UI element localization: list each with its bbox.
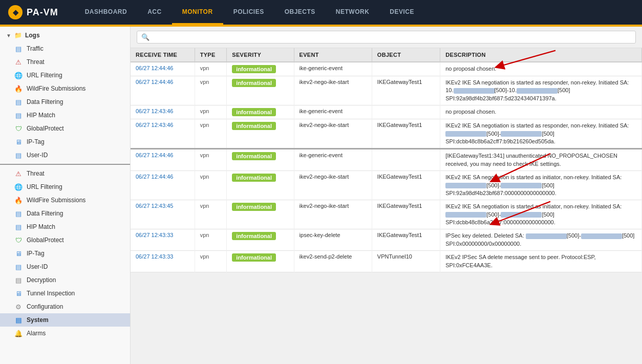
sidebar-item-wildfire-submissions[interactable]: 🔥WildFire Submissions [0, 82, 130, 95]
content-area: 🔍 RECEIVE TIME TYPE SEVERITY EVENT [131, 27, 642, 364]
sidebar-item-label: HIP Match [27, 112, 55, 119]
cell-event: ipsec-key-delete [294, 229, 372, 251]
sidebar-item-traffic[interactable]: ▤Traffic [0, 42, 130, 55]
sidebar-logs-group: ▼ 📁 Logs ▤Traffic⚠Threat🌐URL Filtering🔥W… [0, 27, 130, 342]
table-wrapper: RECEIVE TIME TYPE SEVERITY EVENT OBJECT … [131, 48, 642, 272]
sidebar-item-label: Configuration [27, 303, 63, 310]
table-row[interactable]: 06/27 12:44:46 vpn informational ikev2-n… [131, 76, 642, 105]
cell-type: vpn [195, 200, 227, 229]
sidebar-item-threat[interactable]: ⚠Threat [0, 55, 130, 69]
cell-severity: informational [227, 229, 294, 251]
logo-area: ◆ PA-VM [8, 5, 58, 19]
sidebar-item-label: Data Filtering [27, 210, 63, 217]
search-icon: 🔍 [141, 33, 149, 41]
sidebar-item-label: System [27, 316, 49, 324]
sidebar-item-url-filtering[interactable]: 🌐URL Filtering [0, 69, 130, 82]
severity-badge: informational [232, 174, 276, 182]
sidebar-item-ip-tag[interactable]: 🖥IP-Tag [0, 247, 130, 260]
table-row[interactable]: 06/27 12:43:46 vpn informational ikev2-n… [131, 119, 642, 149]
cell-description: IKEv2 IKE SA negotiation is started as i… [440, 171, 642, 200]
cell-time: 06/27 12:44:46 [131, 76, 195, 105]
sidebar-item-hip-match[interactable]: ▤HIP Match [0, 220, 130, 233]
cell-time: 06/27 12:43:46 [131, 119, 195, 149]
table-row[interactable]: 06/27 12:44:46 vpn informational ikev2-n… [131, 171, 642, 200]
cell-type: vpn [195, 105, 227, 119]
sidebar-item-label: Data Filtering [27, 98, 63, 105]
cell-type: vpn [195, 62, 227, 76]
sidebar-item-user-id[interactable]: ▤User-ID [0, 148, 130, 162]
sidebar-item-data-filtering[interactable]: ▤Data Filtering [0, 207, 130, 220]
severity-badge: informational [232, 122, 276, 130]
folder-icon: 📁 [14, 32, 22, 39]
nav-item-device[interactable]: DEVICE [379, 0, 424, 25]
sidebar-item-configuration[interactable]: ⚙Configuration [0, 300, 130, 313]
severity-badge: informational [232, 79, 276, 87]
cell-description: IPSec key deleted. Deleted SA: [500]-[50… [440, 229, 642, 251]
sidebar-item-label: HIP Match [27, 223, 55, 230]
search-bar: 🔍 [131, 27, 642, 48]
main-layout: ▼ 📁 Logs ▤Traffic⚠Threat🌐URL Filtering🔥W… [0, 27, 642, 364]
sidebar-item-data-filtering[interactable]: ▤Data Filtering [0, 95, 130, 109]
logs-label: Logs [25, 32, 40, 39]
sidebar-item-system[interactable]: ▤System [0, 313, 130, 327]
col-receive-time: RECEIVE TIME [131, 48, 195, 62]
cell-object: IKEGatewayTest1 [372, 229, 440, 251]
app-container: ◆ PA-VM DASHBOARDACCMONITORPOLICIESOBJEC… [0, 0, 642, 364]
col-type: TYPE [195, 48, 227, 62]
sidebar-item-label: Alarms [27, 330, 46, 337]
search-input[interactable] [153, 33, 631, 41]
sidebar-item-label: User-ID [27, 152, 48, 159]
sidebar-item-label: User-ID [27, 263, 48, 270]
sidebar-item-label: Tunnel Inspection [27, 290, 75, 297]
table-row[interactable]: 06/27 12:44:46 vpn informational ike-gen… [131, 62, 642, 76]
sidebar-item-tunnel-inspection[interactable]: 🖥Tunnel Inspection [0, 287, 130, 300]
sidebar-item-hip-match[interactable]: ▤HIP Match [0, 109, 130, 122]
nav-item-dashboard[interactable]: DASHBOARD [75, 0, 138, 25]
item-icon-wildfire: 🔥 [14, 196, 23, 204]
item-icon-globalprotect: 🛡 [14, 236, 23, 244]
cell-description: IKEv2 IKE SA negotiation is started as i… [440, 200, 642, 229]
sidebar-item-url-filtering[interactable]: 🌐URL Filtering [0, 180, 130, 194]
cell-object [372, 62, 440, 76]
sidebar-divider [0, 164, 130, 165]
cell-type: vpn [195, 76, 227, 105]
cell-object [372, 149, 440, 171]
nav-item-policies[interactable]: POLICIES [223, 0, 274, 25]
logo-text: PA-VM [27, 7, 58, 18]
sidebar-item-wildfire-submissions[interactable]: 🔥WildFire Submissions [0, 194, 130, 207]
sidebar-logs-header[interactable]: ▼ 📁 Logs [0, 29, 130, 42]
col-event: EVENT [294, 48, 372, 62]
sidebar-item-ip-tag[interactable]: 🖥IP-Tag [0, 135, 130, 148]
item-icon-system: ▤ [14, 316, 23, 324]
sidebar-item-globalprotect[interactable]: 🛡GlobalProtect [0, 122, 130, 135]
logo-icon: ◆ [8, 5, 23, 19]
sidebar-item-decryption[interactable]: ▤Decryption [0, 273, 130, 287]
sidebar-item-label: Decryption [27, 276, 56, 284]
sidebar-item-threat[interactable]: ⚠Threat [0, 167, 130, 180]
sidebar-item-user-id[interactable]: ▤User-ID [0, 260, 130, 273]
cell-severity: informational [227, 200, 294, 229]
cell-severity: informational [227, 119, 294, 149]
nav-item-monitor[interactable]: MONITOR [172, 0, 223, 25]
sidebar-item-alarms[interactable]: 🔔Alarms [0, 327, 130, 340]
cell-description: IKEv2 IKE SA negotiation is started as r… [440, 76, 642, 105]
item-icon-traffic: ▤ [14, 45, 23, 53]
nav-item-acc[interactable]: ACC [137, 0, 172, 25]
table-row[interactable]: 06/27 12:43:33 vpn informational ipsec-k… [131, 229, 642, 251]
table-row[interactable]: 06/27 12:43:33 vpn informational ikev2-s… [131, 251, 642, 272]
arrow-icon: ▼ [6, 33, 11, 38]
col-description: DESCRIPTION [440, 48, 642, 62]
cell-time: 06/27 12:43:46 [131, 105, 195, 119]
nav-item-objects[interactable]: OBJECTS [274, 0, 326, 25]
item-icon-data: ▤ [14, 98, 23, 106]
table-row[interactable]: 06/27 12:43:46 vpn informational ike-gen… [131, 105, 642, 119]
table-row[interactable]: 06/27 12:44:46 vpn informational ike-gen… [131, 149, 642, 171]
sidebar-item-label: Threat [27, 170, 45, 177]
cell-event: ikev2-nego-ike-start [294, 76, 372, 105]
sidebar-item-globalprotect[interactable]: 🛡GlobalProtect [0, 233, 130, 247]
cell-time: 06/27 12:43:33 [131, 229, 195, 251]
table-row[interactable]: 06/27 12:43:45 vpn informational ikev2-n… [131, 200, 642, 229]
severity-badge: informational [232, 203, 276, 211]
item-icon-globalprotect: 🛡 [14, 124, 23, 133]
nav-item-network[interactable]: NETWORK [326, 0, 380, 25]
